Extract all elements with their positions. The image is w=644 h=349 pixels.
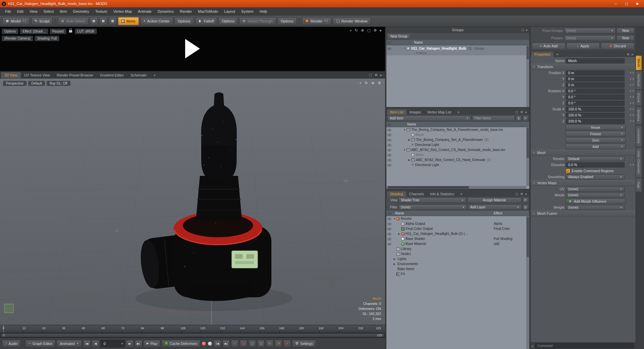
shading-scrollbar[interactable] [526,216,529,349]
add-transform-button[interactable]: Add▼ [566,144,626,149]
shader-row[interactable]: ▼ Render [386,216,529,221]
maximize-panel-icon[interactable]: ▢ [515,110,518,114]
item-row[interactable]: ☀ Directional Light [386,162,529,167]
preview-shading-button[interactable]: Shading: Full [35,36,59,41]
add-tab-button[interactable]: + [454,109,463,115]
mesh-fusion-section-header[interactable]: ▷ Mesh Fusion [531,210,636,216]
tab-properties[interactable]: Properties [531,52,553,57]
item-row[interactable]: Mesh [386,132,529,137]
go-to-start-button[interactable]: |◀ [83,340,91,347]
current-frame-field[interactable]: 0 ◂▸ [101,340,125,347]
pan-icon[interactable]: + [350,29,352,33]
smoothing-dropdown[interactable]: Always Enabled▼ [566,174,625,180]
apply-button[interactable]: ↓ Apply [567,43,600,49]
zoom-icon[interactable]: ⊕ [371,81,374,85]
shader-row[interactable]: Base Shader Full Shading ▼ [386,236,529,241]
eye-icon[interactable] [387,143,391,147]
action-center-options-button[interactable]: Options [174,17,194,25]
eye-icon[interactable] [387,217,391,220]
preview-camera-button[interactable]: (Render Camera) [2,36,33,41]
menu-texture[interactable]: Texture [92,8,110,15]
expand-icon[interactable]: ▶ [407,159,411,161]
vertices-mode-button[interactable] [90,17,98,25]
scopes-button[interactable]: S [516,115,522,121]
filter-items-input[interactable]: Filter Items [472,115,515,121]
graph-editor-button[interactable]: ~ Graph Editor [25,340,55,347]
record-button[interactable]: ● [240,340,247,347]
add-tab-button[interactable]: + [150,72,159,78]
shader-row[interactable]: ▶ Lights [386,256,529,261]
settings-button[interactable]: ⚙ Settings [292,340,316,347]
viewport-perspective-button[interactable]: Perspective [3,81,26,86]
next-frame-button[interactable]: ▶ [126,340,133,347]
model-mode-button[interactable]: ModelF2 [2,17,30,25]
timeline-ruler[interactable]: 0 12 24 36 48 60 72 84 96 108 120 132 14… [0,325,385,333]
stop-button[interactable]: ■ [283,340,291,347]
menu-view[interactable]: View [26,8,41,15]
prev-key-button[interactable]: |◀ [214,340,221,347]
expand-icon[interactable]: ▶ [407,139,411,141]
gear-icon[interactable]: ⚙ [520,192,523,196]
menu-vertex-map[interactable]: Vertex Map [110,8,135,15]
command-input[interactable]: Command [535,343,634,348]
freeze-button[interactable]: Freeze▼ [566,131,626,137]
edge-tab-surface[interactable]: Surface [636,71,642,89]
render-preview[interactable]: Options Effect: (Shadi... Paused LUT: sR… [0,27,385,71]
assign-material-button[interactable]: Assign Material [467,197,522,203]
expand-icon[interactable]: ▶ [392,263,396,265]
auto-key-button[interactable] [202,341,206,346]
tab-uv-texture-view[interactable]: UV Texture View [21,72,53,78]
edge-tab-assembly[interactable]: Assembly [636,126,642,147]
lock-icon[interactable] [69,30,72,33]
add-tab-button[interactable]: + [457,191,465,197]
polygons-mode-button[interactable] [109,17,117,25]
audio-button[interactable]: ♪ Audio [2,340,20,347]
tab-shading[interactable]: Shading [387,191,406,197]
tab-vertex-map-list[interactable]: Vertex Map List [424,109,454,115]
add-morph-influence-button[interactable]: Add Morph Influence [566,198,626,204]
shader-tree[interactable]: ▼ Render Alpha Output Alpha [386,216,529,349]
shader-row[interactable]: Base Material (all) ▼ [386,241,529,246]
play-button[interactable]: ▶ Play [144,340,160,347]
eye-icon[interactable] [387,138,391,142]
menu-animate[interactable]: Animate [135,8,154,15]
collapse-icon[interactable]: ▼ [392,217,396,220]
eye-icon[interactable] [387,128,391,132]
edges-mode-button[interactable] [99,17,107,25]
gear-icon[interactable]: ⚙ [375,73,378,77]
menu-help[interactable]: Help [257,8,270,15]
maximize-panel-icon[interactable]: ▢ [521,28,524,32]
maximize-panel-icon[interactable]: ▢ [367,28,370,33]
gear-icon[interactable]: ⚙ [627,53,629,56]
pass-groups-dropdown[interactable]: (none) ▼ [564,28,615,34]
flyout-icon[interactable]: ▸ [380,73,382,77]
item-row[interactable]: ☀ Directional Light [386,142,529,147]
rotation-y-field[interactable]: 0.0 ° [566,95,625,100]
frame-range-slider[interactable]: 0 225 [0,333,385,338]
falloff-options-button[interactable]: Options [218,17,238,25]
falloff-button[interactable]: Falloff [195,17,217,25]
add-tab-button[interactable]: + [553,52,561,57]
shader-row[interactable]: ▶ H11_Car_Halogen_Headlight_Bulb (2) (..… [386,231,529,236]
transform-section-header[interactable]: ▽ Transform [531,64,636,70]
menu-item[interactable]: Item [57,8,70,15]
eye-icon[interactable] [387,163,391,167]
edge-tab-display[interactable]: Display [636,107,642,124]
groups-scrollbar[interactable] [526,45,529,107]
tab-schematic[interactable]: Schematic [127,72,150,78]
rotation-x-field[interactable]: 0.0 ° [566,89,625,94]
mesh-section-header[interactable]: ▽ Mesh [531,150,636,156]
add-layer-dropdown[interactable]: Add Layer ▼ [468,204,522,210]
preview-options-button[interactable]: Options [2,29,18,34]
item-list-scrollbar[interactable] [526,127,529,186]
uv-dropdown[interactable]: (none)▼ [566,187,625,192]
weight-dropdown[interactable]: (none)▼ [566,205,625,210]
gear-icon[interactable]: ⚙ [374,28,377,33]
render-button[interactable]: RenderF9 [302,17,332,25]
new-group-button[interactable]: New Group [387,34,411,39]
shader-row[interactable]: Final Color Output Final Color ▼ [386,226,529,231]
discard-button[interactable]: ✖ Discard [601,43,634,49]
menu-system[interactable]: System [238,8,257,15]
timeline[interactable]: 0 12 24 36 48 60 72 84 96 108 120 132 14… [0,325,385,338]
filters-button[interactable]: F [523,115,528,121]
